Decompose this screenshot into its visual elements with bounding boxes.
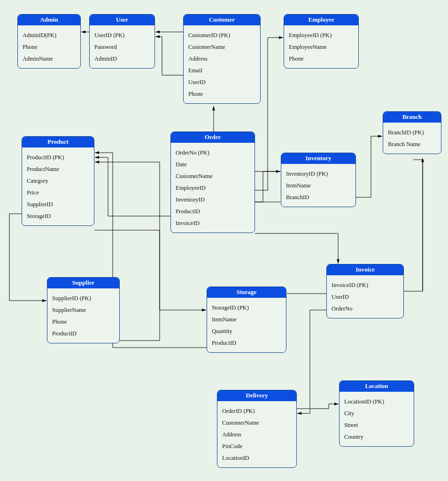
- entity-header: Branch: [383, 112, 441, 123]
- attr: UserID: [332, 294, 399, 301]
- entity-body: OrderNo (PK) Date CustomerName EmployeeI…: [171, 143, 255, 233]
- entity-header: Supplier: [47, 278, 119, 288]
- attr: SupplierID: [27, 201, 89, 208]
- entity-body: StorageID (PK) ItemName Quantity Product…: [207, 298, 286, 352]
- attr: Branch Name: [388, 141, 436, 148]
- attr: ProductID: [212, 340, 281, 347]
- attr: CustomerName: [176, 173, 250, 180]
- entity-body: OrderID (PK) CustomerName Address PinCod…: [217, 401, 296, 467]
- entity-body: LocationID (PK) City Street Country: [340, 392, 414, 446]
- attr: InvoiceID: [176, 220, 250, 227]
- entity-product: Product ProductID (PK) ProductName Categ…: [22, 136, 94, 226]
- attr: BranchID (PK): [388, 129, 436, 136]
- attr: OrderID (PK): [222, 408, 292, 415]
- attr: Address: [188, 55, 255, 62]
- entity-customer: Customer CustomerID (PK) CustomerName Ad…: [183, 14, 261, 104]
- attr: EmployeeName: [289, 44, 354, 51]
- entity-header: Admin: [18, 15, 80, 25]
- entity-order: Order OrderNo (PK) Date CustomerName Emp…: [170, 132, 255, 233]
- attr: InventoryID (PK): [286, 171, 351, 178]
- attr: AdminID(PK): [23, 32, 76, 39]
- attr: UserID (PK): [94, 32, 150, 39]
- attr: SupplierID (PK): [52, 295, 115, 302]
- entity-header: Delivery: [217, 390, 296, 401]
- entity-body: ProductID (PK) ProductName Category Pric…: [22, 147, 94, 225]
- attr: UserID: [188, 79, 255, 86]
- attr: StorageID: [27, 213, 89, 220]
- attr: Country: [344, 434, 409, 441]
- entity-body: SupplierID (PK) SupplierName Phone Produ…: [47, 288, 119, 343]
- attr: OrderNo (PK): [176, 149, 250, 156]
- entity-delivery: Delivery OrderID (PK) CustomerName Addre…: [217, 390, 297, 468]
- entity-inventory: Inventory InventoryID (PK) ItemName Bran…: [281, 153, 356, 207]
- attr: CustomerName: [188, 44, 255, 51]
- entity-storage: Storage StorageID (PK) ItemName Quantity…: [207, 287, 286, 353]
- entity-body: AdminID(PK) Phone AdminName: [18, 25, 80, 68]
- attr: CustomerID (PK): [188, 32, 255, 39]
- attr: Phone: [289, 55, 354, 62]
- entity-body: InvoiceID (PK) UserID OrderNo: [327, 275, 403, 318]
- attr: AdminName: [23, 55, 76, 62]
- entity-user: User UserID (PK) Password AdminID: [89, 14, 155, 69]
- attr: OrderNo: [332, 305, 399, 312]
- attr: StorageID (PK): [212, 304, 281, 311]
- attr: ProductName: [27, 166, 89, 173]
- attr: Date: [176, 161, 250, 168]
- attr: InvoiceID (PK): [332, 282, 399, 289]
- attr: CustomerName: [222, 419, 292, 427]
- attr: ItemName: [286, 182, 351, 189]
- entity-supplier: Supplier SupplierID (PK) SupplierName Ph…: [47, 277, 120, 343]
- entity-admin: Admin AdminID(PK) Phone AdminName: [17, 14, 81, 69]
- attr: SupplierName: [52, 307, 115, 314]
- entity-branch: Branch BranchID (PK) Branch Name: [383, 111, 441, 154]
- attr: ProductID (PK): [27, 154, 89, 161]
- entity-header: Customer: [184, 15, 260, 25]
- entity-header: Location: [340, 381, 414, 392]
- attr: Password: [94, 44, 150, 51]
- attr: BranchID: [286, 194, 351, 201]
- entity-header: Employee: [284, 15, 358, 25]
- entity-body: UserID (PK) Password AdminID: [90, 25, 154, 68]
- attr: InventoryID: [176, 196, 250, 203]
- attr: ProductID: [52, 330, 115, 337]
- attr: Phone: [23, 44, 76, 51]
- attr: LocationID: [222, 455, 292, 462]
- attr: ItemName: [212, 316, 281, 323]
- attr: ProductID: [176, 208, 250, 215]
- attr: AdminID: [94, 55, 150, 62]
- entity-header: Inventory: [281, 153, 355, 164]
- attr: Category: [27, 178, 89, 185]
- entity-header: Order: [171, 132, 255, 143]
- entity-invoice: Invoice InvoiceID (PK) UserID OrderNo: [326, 264, 404, 318]
- attr: Quantity: [212, 328, 281, 335]
- attr: Street: [344, 422, 409, 429]
- entity-body: BranchID (PK) Branch Name: [383, 123, 441, 154]
- attr: LocationID (PK): [344, 398, 409, 405]
- entity-header: Storage: [207, 287, 286, 298]
- entity-header: Product: [22, 137, 94, 147]
- attr: PinCode: [222, 443, 292, 450]
- entity-header: Invoice: [327, 264, 403, 275]
- entity-location: Location LocationID (PK) City Street Cou…: [339, 380, 414, 447]
- entity-body: InventoryID (PK) ItemName BranchID: [281, 164, 355, 207]
- entity-header: User: [90, 15, 154, 25]
- entity-body: EmployeeID (PK) EmployeeName Phone: [284, 25, 358, 68]
- attr: Phone: [188, 91, 255, 98]
- entity-employee: Employee EmployeeID (PK) EmployeeName Ph…: [284, 14, 359, 69]
- attr: Address: [222, 431, 292, 438]
- entity-body: CustomerID (PK) CustomerName Address Ema…: [184, 25, 260, 103]
- attr: Phone: [52, 318, 115, 326]
- attr: EmployeeID (PK): [289, 32, 354, 39]
- attr: Email: [188, 67, 255, 74]
- attr: EmployeeID: [176, 185, 250, 192]
- attr: City: [344, 410, 409, 417]
- attr: Price: [27, 189, 89, 196]
